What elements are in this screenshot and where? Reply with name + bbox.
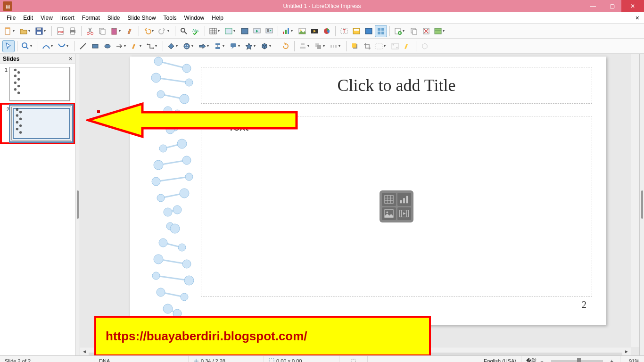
zoom-button[interactable]: ▾ bbox=[20, 41, 35, 52]
menu-edit[interactable]: Edit bbox=[19, 13, 37, 23]
display-views-button[interactable]: ▾ bbox=[223, 25, 238, 37]
save-button[interactable]: ▾ bbox=[34, 25, 49, 37]
insert-header-footer-button[interactable] bbox=[351, 25, 362, 37]
menu-slideshow[interactable]: Slide Show bbox=[124, 13, 160, 23]
select-tool-button[interactable] bbox=[3, 41, 14, 52]
slide-edit-area[interactable]: Click to add Title Text 2 https://buayab… bbox=[80, 54, 639, 355]
insert-av-button[interactable] bbox=[309, 25, 320, 37]
filter-button[interactable]: ▾ bbox=[374, 41, 388, 52]
export-pdf-button[interactable]: PDF bbox=[55, 25, 66, 37]
extrusion-button[interactable] bbox=[419, 41, 430, 52]
vertical-scrollbar[interactable] bbox=[631, 54, 639, 347]
status-zoom-percent[interactable]: 91% bbox=[620, 356, 644, 362]
undo-button[interactable]: ▾ bbox=[142, 25, 157, 37]
duplicate-slide-button[interactable] bbox=[408, 25, 420, 37]
menu-slide[interactable]: Slide bbox=[104, 13, 124, 23]
spellcheck-button[interactable]: Abc bbox=[190, 25, 202, 37]
block-arrows-button[interactable]: ▾ bbox=[197, 41, 212, 52]
stars-button[interactable]: ▾ bbox=[244, 41, 258, 52]
shadow-button[interactable] bbox=[349, 41, 361, 52]
content-placeholder[interactable]: Text bbox=[201, 116, 592, 297]
start-first-button[interactable] bbox=[251, 25, 263, 37]
statusbar: Slide 2 of 2 DNA 0.34 / 2.28 0.00 x 0.00… bbox=[0, 355, 644, 362]
scroll-right-button[interactable]: ► bbox=[622, 347, 631, 356]
new-slide-button[interactable]: ▾ bbox=[393, 25, 407, 37]
crop-button[interactable] bbox=[362, 41, 373, 52]
status-language[interactable]: English (USA) bbox=[479, 356, 521, 362]
menu-tools[interactable]: Tools bbox=[160, 13, 181, 23]
rotate-button[interactable] bbox=[280, 41, 291, 52]
menu-window[interactable]: Window bbox=[181, 13, 208, 23]
paste-button[interactable]: ▾ bbox=[109, 25, 124, 37]
slide-canvas[interactable]: Click to add Title Text 2 bbox=[130, 57, 606, 325]
fill-color-button[interactable]: ▾ bbox=[57, 41, 71, 52]
title-placeholder[interactable]: Click to add Title bbox=[201, 67, 592, 104]
insert-chart-icon[interactable] bbox=[397, 193, 412, 206]
redo-button[interactable]: ▾ bbox=[157, 25, 172, 37]
close-button[interactable]: ✕ bbox=[621, 0, 644, 12]
maximize-button[interactable]: ▢ bbox=[603, 0, 621, 12]
delete-slide-button[interactable] bbox=[421, 25, 432, 37]
copy-button[interactable] bbox=[97, 25, 108, 37]
ellipse-tool-button[interactable] bbox=[102, 41, 113, 52]
fit-page-button[interactable]: �举 bbox=[526, 357, 537, 362]
insert-table-button[interactable]: ▾ bbox=[208, 25, 223, 37]
slides-panel-collapse-handle[interactable] bbox=[75, 54, 80, 355]
curve-tool-button[interactable]: ▾ bbox=[130, 41, 144, 52]
arrow-tool-button[interactable]: ▾ bbox=[114, 41, 129, 52]
scroll-left-button[interactable]: ◄ bbox=[80, 347, 89, 356]
arrange-button[interactable]: ▾ bbox=[313, 41, 328, 52]
insert-textbox-button[interactable]: T bbox=[339, 25, 350, 37]
print-button[interactable] bbox=[67, 25, 78, 37]
callouts-button[interactable]: ▾ bbox=[228, 41, 243, 52]
menu-help[interactable]: Help bbox=[208, 13, 227, 23]
master-slide-button[interactable] bbox=[239, 25, 250, 37]
slide-layout-button[interactable]: ▾ bbox=[433, 25, 447, 37]
close-document-button[interactable]: × bbox=[636, 14, 639, 22]
menu-format[interactable]: Format bbox=[78, 13, 104, 23]
points-button[interactable] bbox=[389, 41, 401, 52]
slides-list[interactable]: 1 2 bbox=[0, 64, 75, 355]
insert-video-icon[interactable] bbox=[397, 207, 412, 221]
line-color-button[interactable]: ▾ bbox=[41, 41, 56, 52]
svg-point-11 bbox=[91, 32, 93, 34]
clone-format-button[interactable] bbox=[124, 25, 136, 37]
zoom-in-button[interactable]: + bbox=[609, 358, 615, 362]
gluepoints-button[interactable] bbox=[402, 41, 413, 52]
menu-file[interactable]: File bbox=[3, 13, 19, 23]
find-replace-button[interactable] bbox=[178, 25, 190, 37]
3d-objects-button[interactable]: ▾ bbox=[259, 41, 274, 52]
slide-thumbnail-2[interactable]: 2 bbox=[4, 107, 71, 140]
symbol-shapes-button[interactable]: ▾ bbox=[182, 41, 196, 52]
status-master-name[interactable]: DNA bbox=[94, 356, 189, 362]
menu-insert[interactable]: Insert bbox=[57, 13, 78, 23]
svg-rect-62 bbox=[333, 45, 334, 48]
start-current-button[interactable] bbox=[264, 25, 275, 37]
insert-image-button[interactable] bbox=[297, 25, 308, 37]
insert-chart2-button[interactable] bbox=[321, 25, 332, 37]
insert-fontwork-button[interactable] bbox=[363, 25, 374, 37]
flowchart-button[interactable]: ▾ bbox=[213, 41, 227, 52]
open-button[interactable]: ▾ bbox=[18, 25, 33, 37]
insert-table-icon[interactable] bbox=[382, 193, 396, 206]
insert-hyperlink-button[interactable] bbox=[375, 25, 387, 37]
right-panel-collapse-handle[interactable] bbox=[639, 54, 644, 355]
new-button[interactable]: ▾ bbox=[3, 25, 17, 37]
rectangle-tool-button[interactable] bbox=[90, 41, 101, 52]
zoom-out-button[interactable]: − bbox=[538, 358, 545, 362]
insert-image-icon[interactable] bbox=[382, 207, 396, 221]
slides-panel-close-button[interactable]: × bbox=[69, 56, 72, 62]
insert-chart-button[interactable]: ▾ bbox=[281, 25, 296, 37]
zoom-slider[interactable] bbox=[551, 360, 603, 362]
align-button[interactable]: ▾ bbox=[297, 41, 312, 52]
status-insert-mode[interactable] bbox=[339, 356, 368, 362]
line-tool-button[interactable] bbox=[77, 41, 89, 52]
minimize-button[interactable]: ― bbox=[584, 0, 603, 12]
slide-thumbnail-1[interactable]: 1 bbox=[2, 67, 73, 101]
status-slide-indicator[interactable]: Slide 2 of 2 bbox=[0, 356, 94, 362]
connector-tool-button[interactable]: ▾ bbox=[145, 41, 160, 52]
basic-shapes-button[interactable]: ▾ bbox=[166, 41, 181, 52]
cut-button[interactable] bbox=[84, 25, 96, 37]
distribute-button[interactable]: ▾ bbox=[329, 41, 343, 52]
menu-view[interactable]: View bbox=[37, 13, 57, 23]
